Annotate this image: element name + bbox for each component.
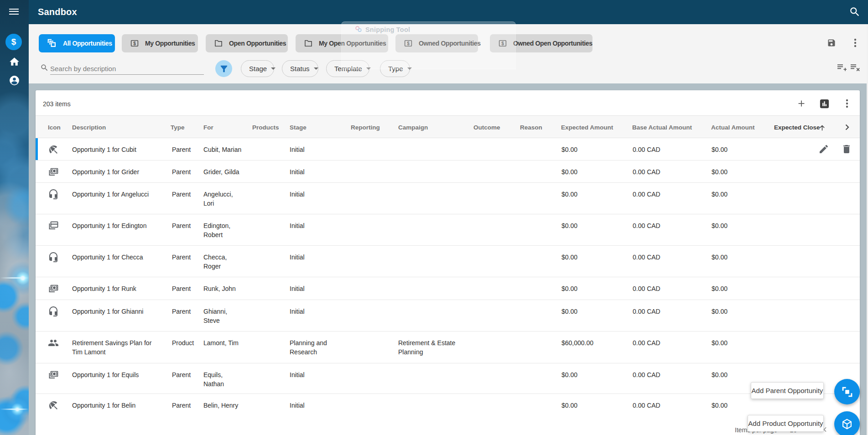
svg-text:$: $: [133, 41, 136, 46]
